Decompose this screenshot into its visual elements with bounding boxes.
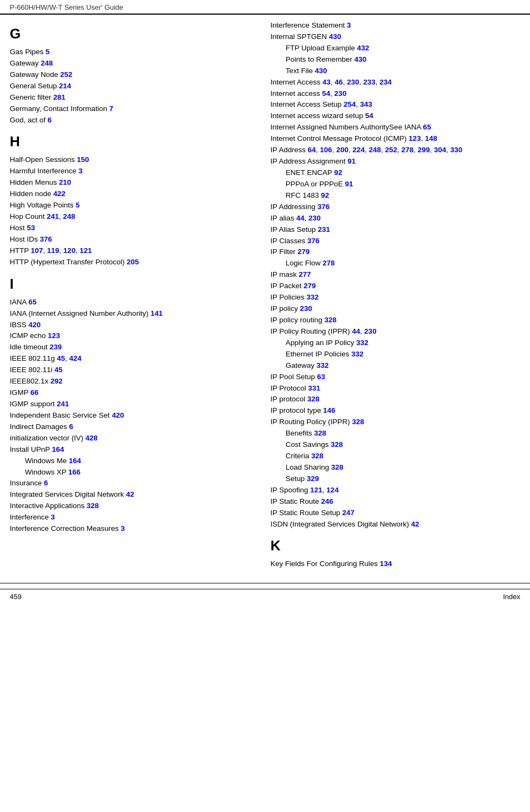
list-item: General Setup 214 xyxy=(10,81,260,92)
list-item: IBSS 420 xyxy=(10,320,260,331)
list-item: IP Address Assignment 91 xyxy=(270,156,520,167)
list-item: IP protocol type 146 xyxy=(270,405,520,417)
section-i-continued: Interference Statement 3 Internal SPTGEN… xyxy=(270,20,520,530)
list-item: Points to Remember 430 xyxy=(270,54,520,66)
list-item: Windows Me 164 xyxy=(10,456,260,467)
list-item: Hidden node 422 xyxy=(10,189,260,200)
list-item: IP mask 277 xyxy=(270,269,520,281)
list-item: IEEE 802.11i 45 xyxy=(10,365,260,376)
list-item: IP policy routing 328 xyxy=(270,315,520,326)
list-item: Idle timeout 239 xyxy=(10,342,260,353)
list-item: Interference Correction Measures 3 xyxy=(10,523,260,535)
list-item: Internet Assigned Numbers AuthoritySee I… xyxy=(270,122,520,133)
list-item: IGMP support 241 xyxy=(10,399,260,410)
list-item: Internet access wizard setup 54 xyxy=(270,111,520,122)
section-letter-k: K xyxy=(270,537,520,554)
right-column: Interference Statement 3 Internal SPTGEN… xyxy=(265,20,520,577)
list-item: IANA (Internet Assigned Number Authority… xyxy=(10,308,260,320)
list-item: Hidden Menus 210 xyxy=(10,177,260,189)
list-item: IP Classes 376 xyxy=(270,236,520,247)
list-item: initialization vector (IV) 428 xyxy=(10,433,260,444)
list-item: Interference 3 xyxy=(10,512,260,523)
list-item: IEEE 802.11g 45, 424 xyxy=(10,353,260,365)
list-item: Integrated Services Digital Network 42 xyxy=(10,489,260,501)
list-item: Internal SPTGEN 430 xyxy=(270,31,520,43)
list-item: Key Fields For Configuring Rules 134 xyxy=(270,558,520,570)
list-item: Interference Statement 3 xyxy=(270,20,520,31)
list-item: Applying an IP Policy 332 xyxy=(270,337,520,349)
list-item: Internet Control Message Protocol (ICMP)… xyxy=(270,133,520,145)
list-item: Ethernet IP Policies 332 xyxy=(270,349,520,360)
list-item: Host 53 xyxy=(10,223,260,234)
list-item: IP Policy Routing (IPPR) 44, 230 xyxy=(270,326,520,337)
list-item: IP Address 64, 106, 200, 224, 248, 252, … xyxy=(270,145,520,156)
list-item: ENET ENCAP 92 xyxy=(270,167,520,179)
list-item: RFC 1483 92 xyxy=(270,190,520,202)
list-item: Criteria 328 xyxy=(270,451,520,462)
list-item: IP Policies 332 xyxy=(270,292,520,303)
list-item: Internet access 54, 230 xyxy=(270,88,520,100)
list-item: Gas Pipes 5 xyxy=(10,47,260,58)
list-item: Load Sharing 328 xyxy=(270,462,520,473)
list-item: Benefits 328 xyxy=(270,428,520,439)
list-item: HTTP (Hypertext Transfer Protocol) 205 xyxy=(10,257,260,268)
list-item: IP Alias Setup 231 xyxy=(270,224,520,236)
list-item: IP Protocol 331 xyxy=(270,383,520,394)
list-item: Install UPnP 164 xyxy=(10,444,260,456)
list-item: Generic filter 281 xyxy=(10,92,260,103)
list-item: IP alias 44, 230 xyxy=(270,213,520,224)
list-item: IEEE802.1x 292 xyxy=(10,376,260,387)
list-item: IGMP 66 xyxy=(10,387,260,399)
list-item: Gateway 332 xyxy=(270,360,520,372)
list-item: Windows XP 166 xyxy=(10,467,260,478)
page-header: P-660H/HW/W-T Series User' Guide xyxy=(0,0,530,14)
list-item: Logic Flow 278 xyxy=(270,258,520,269)
list-item: IP protocol 328 xyxy=(270,394,520,405)
list-item: Cost Savings 328 xyxy=(270,439,520,451)
list-item: Half-Open Sessions 150 xyxy=(10,154,260,166)
list-item: IP Static Route 246 xyxy=(270,496,520,508)
list-item: IP Routing Policy (IPPR) 328 xyxy=(270,417,520,428)
list-item: IP Filter 279 xyxy=(270,246,520,258)
list-item: IP Pool Setup 63 xyxy=(270,372,520,383)
section-g: G Gas Pipes 5 Gateway 248 Gateway Node 2… xyxy=(10,25,260,126)
section-k: K Key Fields For Configuring Rules 134 xyxy=(270,537,520,570)
list-item: IP policy 230 xyxy=(270,303,520,315)
list-item: Host IDs 376 xyxy=(10,234,260,245)
list-item: Hop Count 241, 248 xyxy=(10,211,260,223)
list-item: Harmful Interference 3 xyxy=(10,166,260,177)
list-item: Independent Basic Service Set 420 xyxy=(10,410,260,421)
list-item: FTP Upload Example 432 xyxy=(270,43,520,54)
list-item: God, act of 6 xyxy=(10,115,260,126)
list-item: IP Addressing 376 xyxy=(270,202,520,213)
list-item: Interactive Applications 328 xyxy=(10,501,260,512)
section-letter-g: G xyxy=(10,25,260,42)
list-item: IANA 65 xyxy=(10,297,260,308)
footer-section: Index xyxy=(503,593,520,601)
list-item: PPPoA or PPPoE 91 xyxy=(270,179,520,190)
list-item: IP Static Route Setup 247 xyxy=(270,508,520,519)
list-item: HTTP 107, 119, 120, 121 xyxy=(10,245,260,257)
list-item: Internet Access Setup 254, 343 xyxy=(270,99,520,111)
list-item: Gateway Node 252 xyxy=(10,69,260,81)
list-item: ISDN (Integrated Services Digital Networ… xyxy=(270,519,520,530)
left-column: G Gas Pipes 5 Gateway 248 Gateway Node 2… xyxy=(10,20,265,577)
page-footer: 459 Index xyxy=(0,589,530,604)
list-item: Setup 329 xyxy=(270,473,520,485)
list-item: Germany, Contact Information 7 xyxy=(10,103,260,115)
list-item: High Voltage Points 5 xyxy=(10,200,260,211)
list-item: Insurance 6 xyxy=(10,478,260,489)
list-item: Internet Access 43, 46, 230, 233, 234 xyxy=(270,77,520,88)
list-item: ICMP echo 123 xyxy=(10,330,260,342)
section-letter-i: I xyxy=(10,276,260,293)
list-item: Gateway 248 xyxy=(10,58,260,69)
page-number: 459 xyxy=(10,593,22,601)
section-h: H Half-Open Sessions 150 Harmful Interfe… xyxy=(10,133,260,268)
list-item: IP Packet 279 xyxy=(270,281,520,292)
section-i: I IANA 65 IANA (Internet Assigned Number… xyxy=(10,276,260,535)
list-item: IP Spoofing 121, 124 xyxy=(270,485,520,496)
section-letter-h: H xyxy=(10,133,260,150)
list-item: Text File 430 xyxy=(270,66,520,77)
list-item: Indirect Damages 6 xyxy=(10,421,260,433)
